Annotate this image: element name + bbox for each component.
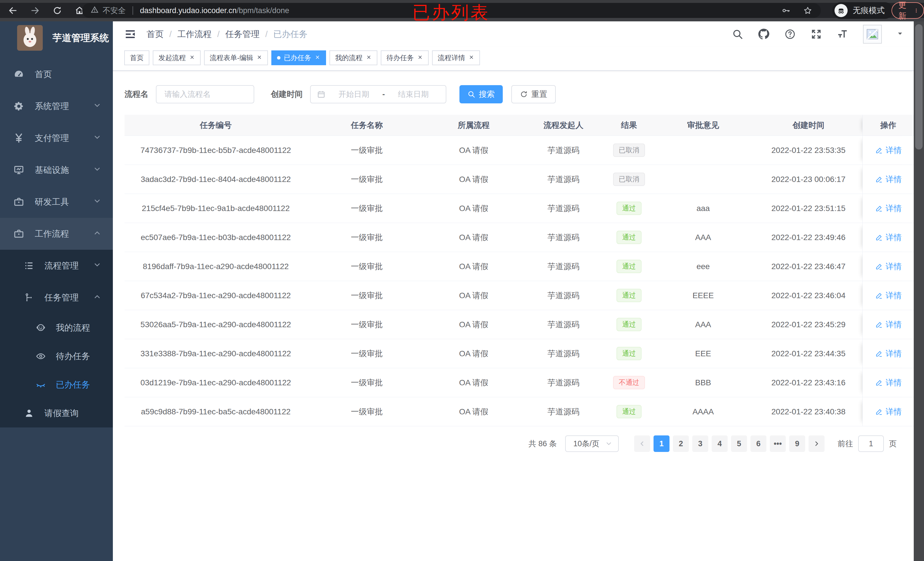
update-label[interactable]: 更新 (898, 0, 909, 21)
detail-link[interactable]: 详情 (875, 290, 902, 301)
search-button[interactable]: 搜索 (459, 85, 503, 103)
update-button[interactable]: 更新 (891, 2, 924, 19)
avatar[interactable] (863, 25, 882, 43)
col-process: 所属流程 (427, 115, 521, 136)
breadcrumb-item[interactable]: 任务管理 (225, 28, 260, 40)
sidebar-item-my-process[interactable]: 我的流程 (0, 314, 113, 342)
help-icon[interactable] (784, 28, 796, 40)
start-date-placeholder[interactable]: 开始日期 (328, 89, 380, 99)
reset-button[interactable]: 重置 (511, 85, 556, 103)
avatar-dropdown-caret-icon[interactable] (897, 30, 903, 38)
sidebar-item-workflow[interactable]: 工作流程 (0, 218, 113, 250)
sidebar-item-home[interactable]: 首页 (0, 58, 113, 90)
tab-process-detail[interactable]: 流程详情 (432, 51, 480, 65)
close-icon[interactable] (315, 54, 320, 62)
page-button-6[interactable]: 6 (750, 435, 766, 452)
date-range-picker[interactable]: 开始日期 - 结束日期 (310, 85, 446, 103)
sidebar-item-done[interactable]: 已办任务 (0, 371, 113, 399)
close-icon[interactable] (189, 54, 195, 62)
chevron-right-icon (813, 440, 820, 447)
sidebar-item-label: 研发工具 (35, 196, 69, 208)
search-icon[interactable] (732, 28, 743, 40)
breadcrumb-item[interactable]: 首页 (147, 28, 164, 40)
security-label[interactable]: 不安全 (103, 5, 126, 16)
sidebar-item-dev[interactable]: 研发工具 (0, 186, 113, 218)
page-button-4[interactable]: 4 (712, 435, 728, 452)
page-button-3[interactable]: 3 (692, 435, 708, 452)
edit-pen-icon (875, 321, 883, 329)
close-icon[interactable] (256, 54, 262, 62)
page-button-1[interactable]: 1 (654, 435, 669, 452)
done-task-table: 任务编号 任务名称 所属流程 流程发起人 结果 审批意见 创建时间 操作 747… (124, 115, 914, 426)
page-button-5[interactable]: 5 (731, 435, 747, 452)
bookmark-star-icon[interactable] (803, 6, 812, 15)
detail-link[interactable]: 详情 (875, 203, 902, 214)
tab-start-process[interactable]: 发起流程 (153, 51, 201, 65)
edit-pen-icon (875, 292, 883, 299)
result-badge: 不通过 (613, 376, 645, 389)
user-icon (23, 408, 35, 418)
tab-todo-tasks[interactable]: 待办任务 (381, 51, 429, 65)
app-logo-row[interactable]: 芋道管理系统 (0, 21, 113, 54)
sidebar-item-system[interactable]: 系统管理 (0, 90, 113, 122)
sidebar-item-label: 已办任务 (56, 379, 90, 391)
page-size-select[interactable]: 10条/页 (565, 435, 619, 452)
detail-link[interactable]: 详情 (875, 232, 902, 243)
scrollbar[interactable] (914, 21, 924, 561)
browser-menu-icon[interactable] (914, 7, 919, 14)
font-size-icon[interactable] (837, 28, 848, 40)
page-button-2[interactable]: 2 (673, 435, 689, 452)
filter-bar: 流程名 创建时间 开始日期 - 结束日期 搜索 重置 (124, 85, 914, 103)
tab-home[interactable]: 首页 (124, 51, 149, 65)
end-date-placeholder[interactable]: 结束日期 (387, 89, 440, 99)
edit-pen-icon (875, 263, 883, 271)
next-page-button[interactable] (808, 435, 825, 452)
detail-link[interactable]: 详情 (875, 174, 902, 185)
goto-page-input[interactable] (858, 435, 884, 452)
eye-closed-icon (35, 380, 47, 390)
sidebar-item-infra[interactable]: 基础设施 (0, 154, 113, 186)
page-unit-label: 页 (889, 438, 897, 449)
close-icon[interactable] (417, 54, 423, 62)
detail-link[interactable]: 详情 (875, 348, 902, 359)
chevron-down-icon (93, 260, 102, 271)
sidebar-item-label: 待办任务 (56, 350, 90, 362)
detail-link[interactable]: 详情 (875, 261, 902, 272)
password-key-icon[interactable] (782, 6, 790, 15)
monitor-icon (12, 165, 26, 175)
detail-link[interactable]: 详情 (875, 145, 902, 156)
tab-my-process[interactable]: 我的流程 (330, 51, 377, 65)
goto-label: 前往 (838, 438, 853, 449)
briefcase-icon (12, 228, 26, 239)
edit-pen-icon (875, 233, 883, 241)
sidebar-item-pay[interactable]: 支付管理 (0, 122, 113, 154)
detail-link[interactable]: 详情 (875, 406, 902, 417)
tab-done-tasks[interactable]: 已办任务 (272, 51, 326, 65)
reload-icon[interactable] (52, 6, 62, 15)
edit-pen-icon (875, 408, 883, 416)
process-name-input[interactable] (156, 85, 254, 103)
prev-page-button[interactable] (634, 435, 650, 452)
forward-icon[interactable] (30, 6, 40, 15)
chevron-down-icon (93, 165, 102, 175)
sidebar-item-leave-query[interactable]: 请假查询 (0, 399, 113, 428)
breadcrumb-item[interactable]: 工作流程 (177, 28, 212, 40)
close-icon[interactable] (366, 54, 372, 62)
detail-link[interactable]: 详情 (875, 377, 902, 388)
close-icon[interactable] (468, 54, 474, 62)
url-bar[interactable]: 不安全 dashboard.yudao.iocoder.cn /bpm/task… (82, 3, 821, 18)
github-icon[interactable] (758, 28, 770, 40)
page-button-9[interactable]: 9 (789, 435, 805, 452)
fullscreen-icon[interactable] (811, 28, 822, 40)
scrollbar-thumb[interactable] (915, 24, 922, 150)
sidebar-item-task-mgmt[interactable]: 任务管理 (0, 282, 113, 314)
more-pages-button[interactable]: ••• (770, 435, 786, 452)
col-created: 创建时间 (754, 115, 862, 136)
detail-link[interactable]: 详情 (875, 319, 902, 330)
list-tree-icon (23, 260, 35, 271)
sidebar-item-todo[interactable]: 待办任务 (0, 342, 113, 371)
sidebar-item-process-mgmt[interactable]: 流程管理 (0, 250, 113, 282)
sidebar-collapse-icon[interactable] (124, 28, 136, 40)
back-icon[interactable] (8, 6, 18, 15)
tab-process-form-edit[interactable]: 流程表单-编辑 (204, 51, 268, 65)
